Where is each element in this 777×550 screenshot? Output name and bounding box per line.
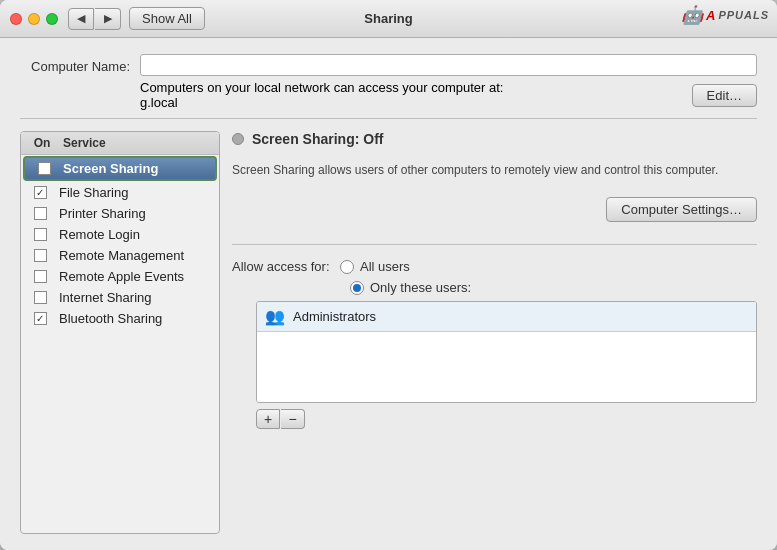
close-button[interactable] bbox=[10, 13, 22, 25]
service-item-screen-sharing[interactable]: Screen Sharing bbox=[23, 156, 217, 181]
users-icon: 👥 bbox=[265, 307, 285, 326]
service-item-remote-login[interactable]: Remote Login bbox=[21, 224, 219, 245]
computer-settings-button[interactable]: Computer Settings… bbox=[606, 197, 757, 222]
all-users-radio-row[interactable]: All users bbox=[340, 259, 410, 274]
right-panel: Screen Sharing: Off Screen Sharing allow… bbox=[232, 131, 757, 534]
show-all-button[interactable]: Show All bbox=[129, 7, 205, 30]
file-sharing-label: File Sharing bbox=[59, 185, 128, 200]
service-list: On Service Screen Sharing bbox=[20, 131, 220, 534]
main-window: ◀ ▶ Show All Sharing 🤖 APPUALS Computer … bbox=[0, 0, 777, 550]
computer-name-section: Computer Name: Computers on your local n… bbox=[20, 54, 757, 119]
back-button[interactable]: ◀ bbox=[68, 8, 94, 30]
forward-button[interactable]: ▶ bbox=[95, 8, 121, 30]
remote-login-checkbox-area bbox=[21, 228, 59, 241]
traffic-lights bbox=[10, 13, 58, 25]
administrators-label: Administrators bbox=[293, 309, 376, 324]
remove-user-button[interactable]: − bbox=[281, 409, 305, 429]
content-area: Computer Name: Computers on your local n… bbox=[0, 38, 777, 550]
service-items: Screen Sharing File Sharing bbox=[21, 155, 219, 533]
printer-sharing-checkbox-area bbox=[21, 207, 59, 220]
internet-sharing-checkbox-area bbox=[21, 291, 59, 304]
file-sharing-checkbox-area bbox=[21, 186, 59, 199]
sharing-description: Screen Sharing allows users of other com… bbox=[232, 161, 757, 179]
computer-name-input[interactable] bbox=[140, 54, 757, 76]
titlebar: ◀ ▶ Show All Sharing 🤖 APPUALS bbox=[0, 0, 777, 38]
remote-login-checkbox[interactable] bbox=[34, 228, 47, 241]
window-title: Sharing bbox=[364, 11, 412, 26]
screen-sharing-checkbox[interactable] bbox=[38, 162, 51, 175]
computer-name-right: Computers on your local network can acce… bbox=[140, 54, 757, 110]
computer-address: g.local bbox=[140, 95, 178, 110]
remote-login-label: Remote Login bbox=[59, 227, 140, 242]
screen-sharing-checkbox-area bbox=[25, 162, 63, 175]
divider bbox=[232, 244, 757, 245]
status-title: Screen Sharing: Off bbox=[252, 131, 383, 147]
service-header-service: Service bbox=[63, 136, 106, 150]
only-these-users-radio-row[interactable]: Only these users: bbox=[236, 280, 757, 295]
service-item-file-sharing[interactable]: File Sharing bbox=[21, 182, 219, 203]
printer-sharing-label: Printer Sharing bbox=[59, 206, 146, 221]
internet-sharing-checkbox[interactable] bbox=[34, 291, 47, 304]
bluetooth-sharing-label: Bluetooth Sharing bbox=[59, 311, 162, 326]
only-these-users-section: Only these users: bbox=[236, 280, 757, 295]
service-item-remote-apple-events[interactable]: Remote Apple Events bbox=[21, 266, 219, 287]
remote-management-checkbox-area bbox=[21, 249, 59, 262]
service-item-remote-management[interactable]: Remote Management bbox=[21, 245, 219, 266]
service-item-internet-sharing[interactable]: Internet Sharing bbox=[21, 287, 219, 308]
all-users-radio[interactable] bbox=[340, 260, 354, 274]
computer-name-label: Computer Name: bbox=[20, 54, 130, 74]
nav-buttons: ◀ ▶ bbox=[68, 8, 121, 30]
list-controls: + − bbox=[256, 409, 757, 429]
only-these-users-label: Only these users: bbox=[370, 280, 471, 295]
computer-name-bottom: Computers on your local network can acce… bbox=[140, 80, 757, 110]
service-header-on: On bbox=[21, 136, 63, 150]
allow-access-section: Allow access for: All users Only these u… bbox=[232, 259, 757, 429]
users-list-empty bbox=[257, 332, 756, 402]
allow-access-label: Allow access for: bbox=[232, 259, 332, 274]
sharing-status: Screen Sharing: Off bbox=[232, 131, 757, 147]
computer-address-hint: Computers on your local network can acce… bbox=[140, 80, 503, 110]
appuals-logo: 🤖 APPUALS bbox=[681, 4, 769, 26]
service-list-header: On Service bbox=[21, 132, 219, 155]
status-dot bbox=[232, 133, 244, 145]
main-panel: On Service Screen Sharing bbox=[20, 131, 757, 534]
administrators-item[interactable]: 👥 Administrators bbox=[257, 302, 756, 332]
bluetooth-sharing-checkbox-area bbox=[21, 312, 59, 325]
remote-apple-events-label: Remote Apple Events bbox=[59, 269, 184, 284]
remote-apple-events-checkbox[interactable] bbox=[34, 270, 47, 283]
service-item-printer-sharing[interactable]: Printer Sharing bbox=[21, 203, 219, 224]
internet-sharing-label: Internet Sharing bbox=[59, 290, 152, 305]
maximize-button[interactable] bbox=[46, 13, 58, 25]
bluetooth-sharing-checkbox[interactable] bbox=[34, 312, 47, 325]
only-these-users-radio[interactable] bbox=[350, 281, 364, 295]
computer-hint-text: Computers on your local network can acce… bbox=[140, 80, 503, 95]
allow-access-row: Allow access for: All users bbox=[232, 259, 757, 274]
service-item-bluetooth-sharing[interactable]: Bluetooth Sharing bbox=[21, 308, 219, 329]
users-list: 👥 Administrators bbox=[256, 301, 757, 403]
edit-button[interactable]: Edit… bbox=[692, 84, 757, 107]
file-sharing-checkbox[interactable] bbox=[34, 186, 47, 199]
all-users-label: All users bbox=[360, 259, 410, 274]
remote-management-checkbox[interactable] bbox=[34, 249, 47, 262]
remote-management-label: Remote Management bbox=[59, 248, 184, 263]
minimize-button[interactable] bbox=[28, 13, 40, 25]
printer-sharing-checkbox[interactable] bbox=[34, 207, 47, 220]
add-user-button[interactable]: + bbox=[256, 409, 280, 429]
remote-apple-events-checkbox-area bbox=[21, 270, 59, 283]
screen-sharing-label: Screen Sharing bbox=[63, 161, 158, 176]
